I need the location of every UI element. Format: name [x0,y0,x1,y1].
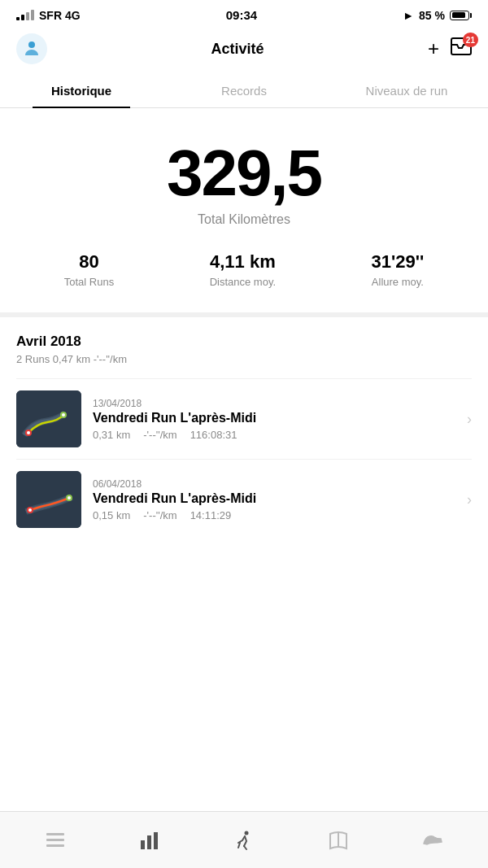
stat-allure-moy: 31'29'' Allure moy. [372,251,425,288]
total-km-value: 329,5 [16,141,472,206]
run-map-2 [16,471,81,528]
page-title: Activité [211,41,264,58]
run-distance-2: 0,15 km [93,509,130,521]
run-date-2: 06/04/2018 [93,478,455,490]
run-date-1: 13/04/2018 [93,398,455,409]
stat-total-runs-label: Total Runs [64,276,114,288]
network-label: 4G [65,9,81,22]
stat-total-runs: 80 Total Runs [64,251,114,288]
total-km-label: Total Kilomètres [16,212,472,227]
svg-rect-12 [46,833,64,835]
nav-list[interactable] [35,820,76,861]
run-info-2: 06/04/2018 Vendredi Run L'après-Midi 0,1… [93,478,455,521]
bottom-nav [0,811,488,868]
stat-distance-moy-label: Distance moy. [210,276,276,288]
time-label: 09:34 [226,8,257,22]
run-duration-1: 116:08:31 [190,429,237,441]
run-title-1: Vendredi Run L'après-Midi [93,411,455,425]
svg-point-4 [27,431,30,434]
stat-distance-moy: 4,11 km Distance moy. [210,251,276,288]
nav-stats[interactable] [129,820,170,861]
svg-rect-15 [141,840,145,849]
run-title-2: Vendredi Run L'après-Midi [93,491,455,506]
svg-point-6 [62,413,65,417]
status-bar: SFR 4G 09:34 ► 85 % [0,0,488,27]
stats-row: 80 Total Runs 4,11 km Distance moy. 31'2… [16,251,472,288]
run-map-1 [16,390,81,447]
stats-section: 329,5 Total Kilomètres 80 Total Runs 4,1… [0,108,488,317]
stat-distance-moy-value: 4,11 km [210,251,276,273]
run-item[interactable]: 13/04/2018 Vendredi Run L'après-Midi 0,3… [16,378,472,459]
carrier-label: SFR [39,9,62,22]
svg-point-9 [28,508,32,512]
run-duration-2: 14:11:29 [190,509,232,521]
run-meta-2: 0,15 km -'--''/km 14:11:29 [93,509,455,521]
svg-point-18 [245,831,249,835]
run-pace-1: -'--''/km [143,429,176,441]
svg-rect-14 [46,844,64,847]
notification-badge: 21 [463,33,478,47]
tabs: Historique Records Niveaux de run [0,74,488,108]
month-subtitle: 2 Runs 0,47 km -'--''/km [16,353,472,365]
run-meta-1: 0,31 km -'--''/km 116:08:31 [93,429,455,441]
svg-point-0 [28,41,35,48]
status-left: SFR 4G [16,9,81,22]
header-actions: + 21 [428,37,472,60]
battery-icon [450,11,472,20]
tab-records[interactable]: Records [163,74,325,107]
tab-historique[interactable]: Historique [0,74,163,107]
nav-shoe[interactable] [412,820,453,861]
month-title: Avril 2018 [16,334,472,350]
svg-point-11 [68,496,71,499]
add-button[interactable]: + [428,39,439,59]
svg-rect-13 [46,839,64,841]
svg-rect-17 [154,832,158,849]
month-section: Avril 2018 2 Runs 0,47 km -'--''/km [0,317,488,547]
chevron-right-icon-1: › [467,411,472,428]
avatar[interactable] [16,33,47,64]
chevron-right-icon-2: › [467,491,472,508]
stat-allure-moy-value: 31'29'' [372,251,425,273]
battery-label: 85 % [419,9,445,22]
run-info-1: 13/04/2018 Vendredi Run L'après-Midi 0,3… [93,398,455,441]
nav-run[interactable] [224,820,264,861]
header: Activité + 21 [0,27,488,74]
tab-niveaux[interactable]: Niveaux de run [325,74,488,107]
inbox-wrapper: 21 [451,37,472,60]
run-pace-2: -'--''/km [143,509,176,521]
stat-total-runs-value: 80 [64,251,114,273]
status-right: ► 85 % [403,9,472,22]
run-item-2[interactable]: 06/04/2018 Vendredi Run L'après-Midi 0,1… [16,459,472,539]
svg-rect-16 [147,835,151,849]
signal-icon [16,10,34,20]
stat-allure-moy-label: Allure moy. [372,276,425,288]
location-icon: ► [403,9,414,22]
nav-book[interactable] [318,820,359,861]
run-distance-1: 0,31 km [93,429,130,441]
